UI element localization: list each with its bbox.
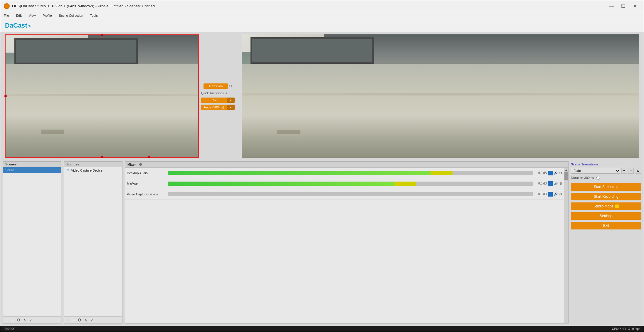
mixer-color-btn-2[interactable] [548, 192, 553, 197]
transition-settings-icon[interactable]: ⚙ [229, 84, 232, 88]
mixer-mute-2[interactable]: 🔊 [554, 192, 558, 196]
title-bar: OBS|DaCast Studio 0.16.2.dc.1 (64bit, wi… [0, 0, 644, 12]
sources-up-button[interactable]: ∧ [84, 318, 88, 322]
mixer-track-name-2: Video Capture Device [127, 192, 168, 196]
main-area: Transition ⚙ Quick Transitions + Cut ▼ F… [0, 32, 644, 326]
quick-transitions-add-icon[interactable]: + [225, 90, 228, 96]
handle-top[interactable] [101, 34, 103, 36]
mixer-tracks-area: Desktop Audio 0.0 dB 🔊 ⚙ [125, 168, 564, 323]
mixer-bar-2 [168, 192, 533, 196]
preview-left-video [6, 35, 198, 157]
transitions-config-button[interactable]: ⚙ [635, 168, 641, 174]
source-item-0[interactable]: 👁 Video Capture Device [64, 167, 122, 174]
transition-button[interactable]: Transition [204, 83, 228, 89]
transition-panel: Transition ⚙ Quick Transitions + Cut ▼ F… [199, 83, 237, 110]
duration-radio[interactable] [596, 176, 600, 180]
mixer-bar-yellow-1 [394, 182, 416, 186]
scenes-add-button[interactable]: + [5, 318, 9, 322]
right-panel-area: Scene Transitions Fade + − ⚙ Duration 30… [571, 161, 641, 323]
mixer-db-0: 0.0 dB [535, 171, 547, 175]
mixer-controls-1: 🔊 ⚙ [548, 181, 562, 186]
studio-mode-button[interactable]: Studio Mode [571, 202, 641, 210]
menu-tools[interactable]: Tools [89, 13, 99, 18]
start-streaming-button[interactable]: Start Streaming [571, 183, 641, 191]
mixer-track-0: Desktop Audio 0.0 dB 🔊 ⚙ [125, 168, 564, 178]
handle-bottom[interactable] [101, 156, 103, 158]
mixer-scroll-thumb[interactable] [564, 172, 568, 180]
window-title: OBS|DaCast Studio 0.16.2.dc.1 (64bit, wi… [12, 4, 606, 8]
status-cpu-fps: CPU: 8.4%, 30.00 fps [612, 327, 640, 331]
status-bar: 00:00:00 CPU: 8.4%, 30.00 fps [0, 326, 644, 332]
mixer-db-2: 0.0 dB [535, 192, 547, 196]
cut-dropdown-button[interactable]: ▼ [227, 98, 235, 103]
app-icon [4, 3, 10, 9]
duration-row: Duration 300ms [571, 176, 641, 180]
mixer-scroll-up[interactable]: ▲ [565, 168, 568, 171]
sources-panel-footer: + − ⚙ ∧ ∨ [64, 316, 122, 323]
transitions-controls: Fade + − ⚙ [571, 168, 641, 174]
sources-config-button[interactable]: ⚙ [77, 318, 82, 322]
transitions-select[interactable]: Fade [571, 168, 620, 174]
mixer-scrollbar[interactable]: ▲ [564, 168, 568, 323]
fade-dropdown-button[interactable]: ▼ [227, 105, 235, 110]
transitions-remove-button[interactable]: − [628, 168, 634, 174]
menu-scene-collection[interactable]: Scene Collection [58, 13, 85, 18]
mixer-mute-0[interactable]: 🔊 [554, 171, 558, 175]
scenes-up-button[interactable]: ∧ [23, 318, 27, 322]
mixer-settings-icon[interactable]: ⚙ [139, 162, 142, 167]
title-bar-controls: — ☐ ✕ [606, 2, 640, 10]
start-recording-button[interactable]: Start Recording [571, 193, 641, 200]
mixer-bar-yellow-0 [431, 171, 453, 175]
minimize-button[interactable]: — [606, 2, 617, 10]
mixer-bar-green-1 [168, 182, 394, 186]
mixer-controls-0: 🔊 ⚙ [548, 171, 562, 175]
sources-panel-content: 👁 Video Capture Device [64, 167, 122, 316]
close-button[interactable]: ✕ [630, 2, 640, 10]
mixer-panel: Mixer ⚙ Desktop Audio 0.0 dB [125, 161, 569, 323]
mixer-track-2: Video Capture Device 0.0 dB 🔊 ⚙ [125, 189, 564, 199]
sources-add-button[interactable]: + [66, 318, 70, 322]
mixer-gear-1[interactable]: ⚙ [559, 182, 562, 186]
mixer-mute-1[interactable]: 🔊 [554, 182, 558, 185]
mixer-panel-inner: Desktop Audio 0.0 dB 🔊 ⚙ [125, 168, 568, 323]
scenes-remove-button[interactable]: − [11, 318, 14, 322]
mixer-track-1: Mic/Aux 0.0 dB 🔊 ⚙ [125, 178, 564, 189]
scenes-panel: Scenes Scene + − ⚙ ∧ ∨ [3, 161, 61, 323]
mixer-controls-2: 🔊 ⚙ [548, 192, 562, 197]
menu-view[interactable]: View [28, 13, 37, 18]
settings-button[interactable]: Settings [571, 212, 641, 220]
maximize-button[interactable]: ☐ [618, 2, 628, 10]
mixer-bar-1 [168, 182, 533, 186]
menu-profile[interactable]: Profile [41, 13, 53, 18]
scene-transitions-header: Scene Transitions [571, 161, 641, 167]
scene-item-0[interactable]: Scene [3, 167, 61, 173]
sources-remove-button[interactable]: − [72, 318, 75, 322]
scenes-down-button[interactable]: ∨ [28, 318, 33, 322]
fade-button[interactable]: Fade (300ms) [201, 105, 227, 110]
preview-section: Transition ⚙ Quick Transitions + Cut ▼ F… [0, 32, 644, 161]
mixer-color-btn-0[interactable] [548, 171, 553, 175]
mixer-track-name-1: Mic/Aux [127, 182, 168, 185]
scenes-config-button[interactable]: ⚙ [16, 318, 21, 322]
logo-bar: DaCast∿ [0, 19, 644, 32]
handle-bottom-right[interactable] [148, 156, 150, 158]
menu-edit[interactable]: Edit [15, 13, 23, 18]
cut-button[interactable]: Cut [201, 98, 227, 103]
preview-right [242, 34, 639, 158]
handle-left[interactable] [4, 95, 7, 97]
mixer-bar-green-0 [168, 171, 431, 175]
mixer-gear-2[interactable]: ⚙ [559, 192, 562, 196]
mixer-bar-0 [168, 171, 533, 175]
transitions-add-button[interactable]: + [621, 168, 627, 174]
menu-file[interactable]: File [3, 13, 10, 18]
menubar: File Edit View Profile Scene Collection … [0, 12, 644, 19]
source-visibility-icon[interactable]: 👁 [66, 168, 70, 172]
mixer-color-btn-1[interactable] [548, 181, 553, 186]
sources-down-button[interactable]: ∨ [90, 318, 94, 322]
exit-button[interactable]: Exit [571, 222, 641, 229]
mixer-track-name-0: Desktop Audio [127, 171, 168, 175]
dacast-logo: DaCast∿ [5, 22, 32, 29]
scenes-panel-footer: + − ⚙ ∧ ∨ [3, 316, 61, 323]
mixer-gear-0[interactable]: ⚙ [559, 171, 562, 175]
mixer-db-1: 0.0 dB [535, 182, 547, 185]
